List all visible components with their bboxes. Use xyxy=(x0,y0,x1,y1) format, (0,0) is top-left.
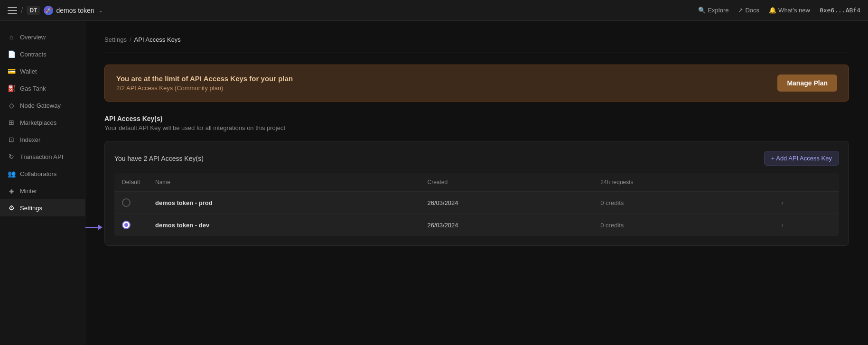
project-badge: DT xyxy=(27,6,40,15)
manage-plan-button[interactable]: Manage Plan xyxy=(777,75,837,92)
credits-dev: 0 credits xyxy=(600,222,624,229)
arrow-head xyxy=(98,224,103,230)
chevron-down-icon[interactable]: ⌄ xyxy=(98,7,103,14)
keys-table: Default Name Created 24h requests xyxy=(114,173,839,236)
arrow-line xyxy=(85,227,98,228)
whats-new-link[interactable]: 🔔 What's new xyxy=(769,7,810,14)
sidebar: ⌂ Overview 📄 Contracts 💳 Wallet ⛽ Gas Ta… xyxy=(0,21,85,345)
top-nav: / DT 🚀 demos token ⌄ 🔍 Explore ↗ Docs 🔔 … xyxy=(0,0,868,21)
body-layout: ⌂ Overview 📄 Contracts 💳 Wallet ⛽ Gas Ta… xyxy=(0,21,868,345)
marketplaces-icon: ⊞ xyxy=(8,119,15,126)
keys-header: You have 2 API Access Key(s) + Add API A… xyxy=(114,151,839,166)
docs-link[interactable]: ↗ Docs xyxy=(738,7,759,14)
created-col-dev: 26/03/2024 xyxy=(420,214,593,236)
action-col-dev[interactable]: › xyxy=(774,214,839,236)
sidebar-item-marketplaces[interactable]: ⊞ Marketplaces xyxy=(0,114,85,131)
node-gateway-icon: ◇ xyxy=(8,102,15,109)
sidebar-item-gas-tank[interactable]: ⛽ Gas Tank xyxy=(0,80,85,97)
col-requests: 24h requests xyxy=(593,173,774,192)
wallet-icon: 💳 xyxy=(8,67,15,75)
transaction-api-icon: ↻ xyxy=(8,153,15,160)
project-icon: 🚀 xyxy=(44,6,53,15)
chevron-right-icon-dev[interactable]: › xyxy=(781,221,784,229)
key-name-prod: demos token - prod xyxy=(155,199,213,206)
key-name-dev: demos token - dev xyxy=(155,222,209,229)
breadcrumb-divider xyxy=(104,53,849,53)
hamburger-icon[interactable] xyxy=(8,7,17,14)
warning-subtitle: 2/2 API Access Keys (Community plan) xyxy=(116,84,293,92)
breadcrumb-separator: / xyxy=(130,36,131,43)
top-nav-right: 🔍 Explore ↗ Docs 🔔 What's new 0xe6...ABf… xyxy=(698,7,860,14)
minter-icon: ◈ xyxy=(8,187,15,195)
keys-count: You have 2 API Access Key(s) xyxy=(114,155,204,162)
table-row: demos token - dev 26/03/2024 0 credits › xyxy=(114,214,839,236)
breadcrumb: Settings / API Access Keys xyxy=(104,36,849,43)
breadcrumb-current: API Access Keys xyxy=(134,36,181,43)
credits-prod: 0 credits xyxy=(600,199,624,206)
warning-text: You are at the limit of API Access Keys … xyxy=(116,75,293,92)
warning-banner: You are at the limit of API Access Keys … xyxy=(104,65,849,102)
collaborators-icon: 👥 xyxy=(8,170,15,177)
home-icon: ⌂ xyxy=(8,33,15,41)
sidebar-item-collaborators[interactable]: 👥 Collaborators xyxy=(0,165,85,182)
contracts-icon: 📄 xyxy=(8,50,15,58)
settings-icon: ⚙ xyxy=(8,204,15,212)
section-title: API Access Key(s) xyxy=(104,115,849,122)
section-subtitle: Your default API Key will be used for al… xyxy=(104,124,849,131)
table-head: Default Name Created 24h requests xyxy=(114,173,839,192)
sidebar-item-settings[interactable]: ⚙ Settings xyxy=(0,199,85,216)
sidebar-item-overview[interactable]: ⌂ Overview xyxy=(0,28,85,46)
radio-button-dev[interactable] xyxy=(122,221,131,229)
col-name: Name xyxy=(148,173,420,192)
indexer-icon: ⊡ xyxy=(8,136,15,143)
search-icon: 🔍 xyxy=(698,7,706,14)
bell-icon: 🔔 xyxy=(769,7,776,14)
nav-separator: / xyxy=(21,6,23,15)
breadcrumb-parent[interactable]: Settings xyxy=(104,36,127,43)
keys-container: You have 2 API Access Key(s) + Add API A… xyxy=(104,141,849,246)
sidebar-item-minter[interactable]: ◈ Minter xyxy=(0,182,85,199)
action-col-prod[interactable]: › xyxy=(774,192,839,214)
col-default: Default xyxy=(114,173,148,192)
sidebar-item-wallet[interactable]: 💳 Wallet xyxy=(0,63,85,80)
table-header-row: Default Name Created 24h requests xyxy=(114,173,839,192)
sidebar-item-contracts[interactable]: 📄 Contracts xyxy=(0,46,85,63)
gas-tank-icon: ⛽ xyxy=(8,84,15,92)
name-col-dev: demos token - dev xyxy=(148,214,420,236)
project-name[interactable]: 🚀 demos token xyxy=(44,6,94,15)
requests-col-prod: 0 credits xyxy=(593,192,774,214)
default-col-prod[interactable] xyxy=(114,192,148,214)
add-api-access-key-button[interactable]: + Add API Access Key xyxy=(764,151,839,166)
chevron-right-icon-prod[interactable]: › xyxy=(781,199,784,206)
col-actions xyxy=(774,173,839,192)
arrow-annotation xyxy=(85,224,103,230)
requests-col-dev: 0 credits xyxy=(593,214,774,236)
table-row: demos token - prod 26/03/2024 0 credits … xyxy=(114,192,839,214)
external-link-icon: ↗ xyxy=(738,7,743,14)
sidebar-item-transaction-api[interactable]: ↻ Transaction API xyxy=(0,148,85,165)
table-body: demos token - prod 26/03/2024 0 credits … xyxy=(114,192,839,236)
warning-title: You are at the limit of API Access Keys … xyxy=(116,75,293,83)
wallet-address[interactable]: 0xe6...ABf4 xyxy=(820,7,860,14)
sidebar-item-node-gateway[interactable]: ◇ Node Gateway xyxy=(0,97,85,114)
section-header: API Access Key(s) Your default API Key w… xyxy=(104,115,849,131)
explore-link[interactable]: 🔍 Explore xyxy=(698,7,728,14)
name-col-prod: demos token - prod xyxy=(148,192,420,214)
top-nav-left: / DT 🚀 demos token ⌄ xyxy=(8,6,103,15)
radio-button-prod[interactable] xyxy=(122,198,131,207)
default-col-dev[interactable] xyxy=(114,214,148,236)
main-content: Settings / API Access Keys You are at th… xyxy=(85,21,868,345)
col-created: Created xyxy=(420,173,593,192)
sidebar-item-indexer[interactable]: ⊡ Indexer xyxy=(0,131,85,148)
created-col-prod: 26/03/2024 xyxy=(420,192,593,214)
